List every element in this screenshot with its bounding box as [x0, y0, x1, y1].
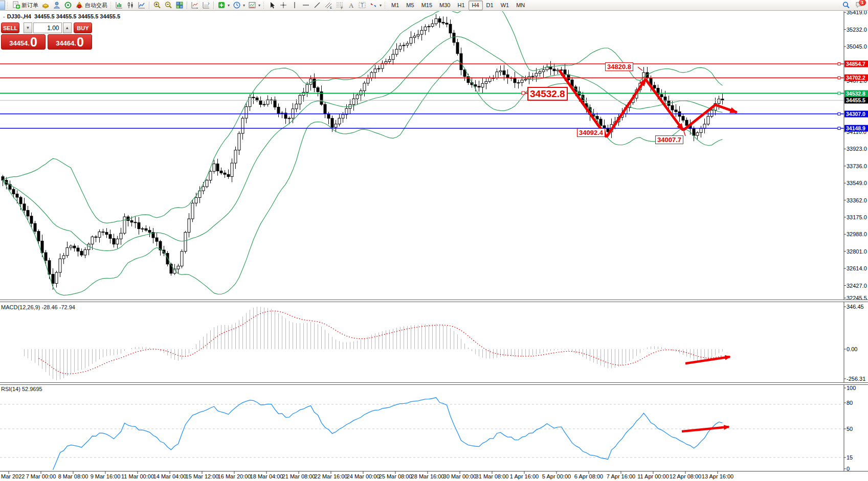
fibonacci-button[interactable]: F [334, 1, 345, 10]
crosshair-icon [279, 1, 287, 9]
price-annotation-label[interactable]: 34820.8 [605, 62, 633, 71]
text-label-icon: T [358, 1, 366, 9]
rsi-axis-tick: 100 [847, 385, 856, 391]
book-icon [41, 1, 50, 9]
zoom-out-button[interactable] [163, 1, 174, 10]
one-click-trading-panel: SELL ▼ 1.00 ▲ BUY 34454.0 34464.0 [1, 22, 92, 50]
price-axis-tick: 32988.0 [847, 231, 867, 237]
price-level-badge: 34532.8 [844, 90, 868, 97]
text-label-button[interactable]: T [357, 1, 368, 10]
fibonacci-icon: F [336, 1, 344, 9]
zoom-in-button[interactable] [151, 1, 163, 10]
chart-canvas[interactable] [0, 0, 868, 481]
time-axis-label: 25 Mar 08:00 [379, 473, 412, 479]
pane-separator[interactable] [0, 300, 868, 302]
price-axis-tick: 33923.0 [847, 146, 867, 152]
price-annotation-label[interactable]: 34007.7 [655, 135, 683, 144]
periods-button[interactable]: ▾ [231, 1, 247, 10]
horizontal-price-lines[interactable] [0, 63, 844, 130]
publisher-icon [53, 1, 61, 9]
volume-input[interactable]: 1.00 [33, 22, 61, 33]
zoom-in-icon [153, 1, 161, 9]
line-chart-button[interactable] [136, 1, 147, 10]
timeframe-m1-button[interactable]: M1 [388, 1, 403, 10]
time-axis-label: 30 Mar 00:00 [443, 473, 477, 479]
indicator-list-icon [191, 1, 199, 9]
price-axis-tick: 32801.0 [847, 248, 867, 255]
price-level-badge: 34455.5 [844, 97, 868, 104]
bollinger-bands [3, 0, 723, 295]
time-axis-label: 13 Apr 16:00 [702, 473, 733, 479]
ask-price-display[interactable]: 34464.0 [48, 34, 92, 50]
hline-button[interactable] [300, 1, 311, 10]
bar-chart-button[interactable] [114, 1, 125, 10]
rsi-line [53, 398, 723, 470]
tile-windows-button[interactable] [174, 1, 185, 10]
toolbar-grip[interactable] [263, 2, 265, 9]
toolbar-grip[interactable] [110, 2, 112, 9]
toolbar-grip[interactable] [7, 2, 9, 9]
signal-icon [64, 1, 72, 9]
svg-text:T: T [361, 3, 364, 8]
candle-chart-button[interactable] [125, 1, 136, 10]
new-order-button[interactable]: 新订单 [10, 1, 40, 10]
time-axis-label: 8 Mar 08:00 [58, 473, 88, 479]
time-axis-label: 14 Mar 04:00 [153, 473, 187, 479]
sell-button[interactable]: SELL [1, 22, 19, 33]
template-button[interactable]: ▾ [247, 1, 262, 10]
time-axis-label: 7 Mar 00:00 [26, 473, 56, 479]
rsi-axis-tick: 0 [847, 466, 850, 472]
add-indicator-icon [217, 1, 226, 9]
timeframe-h1-button[interactable]: H1 [454, 1, 468, 10]
timeframe-m5-button[interactable]: M5 [403, 1, 417, 10]
volume-decrease-button[interactable]: ▼ [24, 22, 32, 33]
autotrade-icon [75, 1, 83, 9]
indicator-list-button[interactable] [189, 1, 201, 10]
price-level-badge: 34854.7 [844, 61, 868, 67]
text-icon: A [347, 1, 355, 9]
timeframe-m30-button[interactable]: M30 [436, 1, 454, 10]
chevron-down-icon: ▾ [228, 3, 230, 8]
text-button[interactable]: A [345, 1, 357, 10]
chevron-down-icon: ▾ [258, 3, 260, 8]
auto-trading-button[interactable]: 自动交易 [74, 1, 109, 10]
macd-axis-tick: 346.45 [847, 304, 864, 310]
buy-button[interactable]: BUY [74, 22, 92, 33]
publisher-button[interactable] [51, 1, 62, 10]
vline-button[interactable] [289, 1, 300, 10]
indicator-window-button[interactable] [201, 1, 212, 10]
toolbar-grip[interactable] [384, 2, 386, 9]
time-axis-label: 15 Mar 12:00 [186, 473, 219, 479]
crosshair-button[interactable] [278, 1, 289, 10]
toolbar-separator [149, 2, 150, 9]
timeframe-mn-button[interactable]: MN [513, 1, 528, 10]
macd-axis-tick: -256.31 [847, 376, 865, 382]
price-annotation-label[interactable]: 34532.8 [527, 87, 568, 101]
volume-increase-button[interactable]: ▲ [63, 22, 72, 33]
signal-button[interactable] [62, 1, 74, 10]
chart-title-marker: - [3, 13, 5, 19]
timeframe-h4-button[interactable]: H4 [469, 1, 483, 10]
bid-price-display[interactable]: 34454.0 [1, 34, 46, 50]
pane-separator[interactable] [0, 382, 868, 385]
rsi-label: RSI(14) 52.9695 [1, 386, 42, 392]
price-axis-tick: 33175.0 [847, 214, 867, 220]
timeframe-w1-button[interactable]: W1 [497, 1, 513, 10]
market-watch-button[interactable] [40, 1, 51, 10]
price-annotation-label[interactable]: 34092.4 [577, 128, 605, 137]
rsi-axis-tick: 50 [847, 426, 853, 432]
time-axis-label: 28 Mar 16:00 [411, 473, 444, 479]
chat-button[interactable]: 1 [855, 1, 865, 10]
timeframe-d1-button[interactable]: D1 [483, 1, 497, 10]
macd-label: MACD(12,26,9) -28.46 -72.94 [1, 304, 75, 310]
arrows-button[interactable]: ▾ [368, 1, 383, 10]
trendline-button[interactable] [311, 1, 323, 10]
timeframe-m15-button[interactable]: M15 [418, 1, 436, 10]
macd-arrow-annotation[interactable] [685, 357, 730, 363]
add-indicator-button[interactable]: ▾ [216, 1, 231, 10]
time-axis-label: 7 Apr 16:00 [607, 473, 635, 479]
search-button[interactable] [840, 1, 852, 10]
cursor-button[interactable] [266, 1, 278, 10]
channel-button[interactable]: E [323, 1, 334, 10]
clipped-toolbar-icon[interactable] [0, 1, 5, 10]
